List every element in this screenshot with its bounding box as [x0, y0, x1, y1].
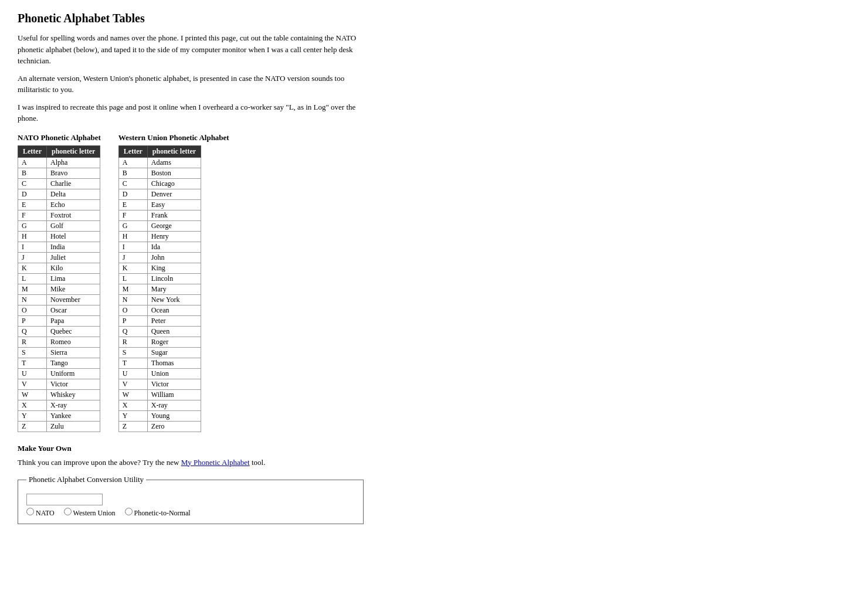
- nato-letter-cell: Y: [18, 410, 47, 421]
- nato-letter-cell: D: [18, 189, 47, 199]
- wu-phonetic-cell: Young: [147, 410, 201, 421]
- radio-phonetic-to-normal[interactable]: [125, 508, 133, 515]
- nato-phonetic-cell: November: [46, 294, 100, 305]
- table-row: TThomas: [118, 358, 201, 368]
- nato-letter-cell: W: [18, 389, 47, 400]
- nato-phonetic-cell: Mike: [46, 284, 100, 294]
- wu-phonetic-cell: Sugar: [147, 347, 201, 358]
- intro-paragraph-2: An alternate version, Western Union's ph…: [18, 73, 364, 96]
- wu-letter-cell: C: [118, 178, 147, 189]
- wu-letter-cell: G: [118, 220, 147, 231]
- nato-phonetic-cell: Juliet: [46, 252, 100, 263]
- nato-letter-cell: H: [18, 231, 47, 242]
- nato-phonetic-cell: Tango: [46, 358, 100, 368]
- nato-phonetic-cell: Victor: [46, 379, 100, 389]
- table-row: OOcean: [118, 305, 201, 315]
- page-title: Phonetic Alphabet Tables: [18, 12, 364, 25]
- wu-letter-cell: N: [118, 294, 147, 305]
- nato-col-letter: Letter: [18, 145, 47, 157]
- my-phonetic-alphabet-link[interactable]: My Phonetic Alphabet: [181, 458, 250, 467]
- radio-phonetic-label[interactable]: Phonetic-to-Normal: [125, 508, 191, 518]
- nato-letter-cell: B: [18, 168, 47, 178]
- conversion-radio-row: NATO Western Union Phonetic-to-Normal: [26, 508, 355, 518]
- table-row: AAdams: [118, 157, 201, 168]
- table-row: DDelta: [18, 189, 100, 199]
- nato-phonetic-cell: Quebec: [46, 326, 100, 337]
- table-row: CCharlie: [18, 178, 100, 189]
- wu-letter-cell: B: [118, 168, 147, 178]
- table-row: SSierra: [18, 347, 100, 358]
- table-row: IIda: [118, 242, 201, 252]
- nato-letter-cell: U: [18, 368, 47, 379]
- nato-phonetic-cell: Hotel: [46, 231, 100, 242]
- nato-letter-cell: C: [18, 178, 47, 189]
- nato-phonetic-cell: India: [46, 242, 100, 252]
- wu-phonetic-cell: Queen: [147, 326, 201, 337]
- nato-letter-cell: K: [18, 263, 47, 273]
- nato-phonetic-cell: Alpha: [46, 157, 100, 168]
- wu-letter-cell: J: [118, 252, 147, 263]
- wu-letter-cell: A: [118, 157, 147, 168]
- nato-letter-cell: T: [18, 358, 47, 368]
- radio-nato[interactable]: [26, 508, 34, 515]
- radio-nato-label[interactable]: NATO: [26, 508, 55, 518]
- table-row: ZZero: [118, 421, 201, 432]
- table-row: VVictor: [18, 379, 100, 389]
- table-row: AAlpha: [18, 157, 100, 168]
- wu-phonetic-cell: George: [147, 220, 201, 231]
- table-row: YYankee: [18, 410, 100, 421]
- nato-phonetic-cell: Foxtrot: [46, 210, 100, 220]
- table-row: WWhiskey: [18, 389, 100, 400]
- nato-letter-cell: O: [18, 305, 47, 315]
- table-row: SSugar: [118, 347, 201, 358]
- nato-letter-cell: Q: [18, 326, 47, 337]
- wu-phonetic-cell: Mary: [147, 284, 201, 294]
- nato-phonetic-cell: Bravo: [46, 168, 100, 178]
- table-row: LLima: [18, 273, 100, 284]
- conversion-input[interactable]: [26, 494, 103, 505]
- table-row: QQuebec: [18, 326, 100, 337]
- conversion-input-row: [26, 494, 355, 505]
- tables-container: NATO Phonetic Alphabet Letter phonetic l…: [18, 133, 364, 432]
- nato-letter-cell: F: [18, 210, 47, 220]
- wu-letter-cell: X: [118, 400, 147, 410]
- make-your-own-section: Make Your Own Think you can improve upon…: [18, 444, 364, 525]
- table-row: UUnion: [118, 368, 201, 379]
- table-row: FFrank: [118, 210, 201, 220]
- nato-phonetic-cell: Uniform: [46, 368, 100, 379]
- wu-letter-cell: L: [118, 273, 147, 284]
- table-row: WWilliam: [118, 389, 201, 400]
- wu-phonetic-cell: Chicago: [147, 178, 201, 189]
- nato-letter-cell: J: [18, 252, 47, 263]
- table-row: XX-ray: [18, 400, 100, 410]
- nato-phonetic-cell: Sierra: [46, 347, 100, 358]
- nato-phonetic-cell: Kilo: [46, 263, 100, 273]
- wu-phonetic-cell: Union: [147, 368, 201, 379]
- nato-phonetic-cell: Zulu: [46, 421, 100, 432]
- nato-heading: NATO Phonetic Alphabet: [18, 133, 101, 142]
- radio-wu-label[interactable]: Western Union: [64, 508, 116, 518]
- table-row: IIndia: [18, 242, 100, 252]
- nato-phonetic-cell: Delta: [46, 189, 100, 199]
- nato-letter-cell: R: [18, 337, 47, 347]
- make-your-own-text-after: tool.: [250, 458, 266, 467]
- wu-phonetic-cell: King: [147, 263, 201, 273]
- wu-phonetic-cell: X-ray: [147, 400, 201, 410]
- nato-phonetic-cell: Golf: [46, 220, 100, 231]
- table-row: PPeter: [118, 315, 201, 326]
- nato-table: Letter phonetic letter AAlphaBBravoCChar…: [18, 145, 100, 432]
- wu-letter-cell: M: [118, 284, 147, 294]
- table-row: HHotel: [18, 231, 100, 242]
- nato-letter-cell: G: [18, 220, 47, 231]
- wu-phonetic-cell: William: [147, 389, 201, 400]
- radio-western-union[interactable]: [64, 508, 72, 515]
- wu-letter-cell: T: [118, 358, 147, 368]
- nato-section: NATO Phonetic Alphabet Letter phonetic l…: [18, 133, 101, 432]
- wu-letter-cell: Q: [118, 326, 147, 337]
- wu-letter-cell: O: [118, 305, 147, 315]
- radio-wu-text: Western Union: [73, 509, 116, 517]
- wu-phonetic-cell: Henry: [147, 231, 201, 242]
- nato-letter-cell: Z: [18, 421, 47, 432]
- wu-phonetic-cell: John: [147, 252, 201, 263]
- table-row: QQueen: [118, 326, 201, 337]
